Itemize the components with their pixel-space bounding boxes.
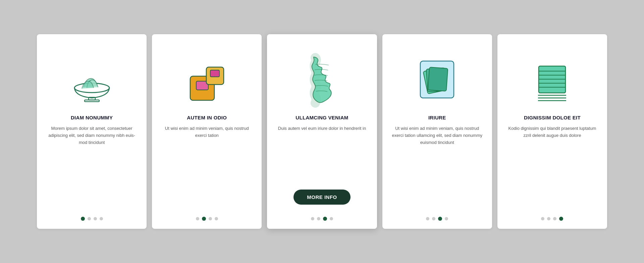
card-5-text: Kodio dignissim qui blandit praesent lup… [505, 125, 599, 210]
card-4-dots [426, 217, 448, 221]
card-1-icon [45, 44, 139, 111]
svg-rect-2 [85, 100, 99, 102]
dot [445, 217, 448, 220]
card-5-dots [541, 217, 563, 221]
dot [541, 217, 544, 220]
card-1-title: DIAM NONUMMY [71, 115, 113, 120]
card-2-dots [196, 217, 218, 221]
dot [559, 217, 563, 221]
card-1-dots [81, 217, 103, 221]
card-5-icon [505, 44, 599, 111]
dot [311, 217, 314, 220]
card-4-title: IRIURE [428, 115, 446, 120]
card-autem-in-odio: AUTEM IN ODIO Ut wisi enim ad minim veni… [152, 34, 262, 229]
svg-rect-6 [210, 70, 219, 77]
dot [323, 217, 327, 221]
card-4-text: Ut wisi enim ad minim veniam, quis nostr… [390, 125, 484, 210]
card-ullamcing-veniam: ULLAMCING VENIAM Duis autem vel eum iriu… [267, 34, 377, 229]
dot [215, 217, 218, 220]
card-2-text: Ut wisi enim ad minim veniam, quis nostr… [160, 125, 254, 210]
cards-container: DIAM NONUMMY Morem ipsum dolor sit amet,… [37, 34, 607, 229]
card-dignissim-doloe-eit: DIGNISSIM DOLOE EIT Kodio dignissim qui … [497, 34, 607, 229]
dot [553, 217, 556, 220]
card-1-text: Morem ipsum dolor sit amet, consectetuer… [45, 125, 139, 210]
dot [426, 217, 429, 220]
card-3-dots [311, 217, 333, 221]
dot [81, 217, 85, 221]
more-info-button[interactable]: MORE INFO [293, 190, 351, 205]
card-5-title: DIGNISSIM DOLOE EIT [524, 115, 581, 120]
card-iriure: IRIURE Ut wisi enim ad minim veniam, qui… [382, 34, 492, 229]
dot [330, 217, 333, 220]
dot [202, 217, 206, 221]
dot [432, 217, 435, 220]
dot [209, 217, 212, 220]
card-4-icon [390, 44, 484, 111]
card-3-text: Duis autem vel eum iriure dolor in hendr… [278, 125, 366, 184]
dot [547, 217, 550, 220]
dot [100, 217, 103, 220]
dot [196, 217, 199, 220]
card-3-title: ULLAMCING VENIAM [296, 115, 348, 120]
card-2-icon [160, 44, 254, 111]
dot [88, 217, 91, 220]
card-diam-nonummy: DIAM NONUMMY Morem ipsum dolor sit amet,… [37, 34, 147, 229]
svg-rect-10 [428, 67, 448, 91]
dot [94, 217, 97, 220]
card-3-icon [275, 44, 369, 111]
dot [438, 217, 442, 221]
dot [317, 217, 320, 220]
card-2-title: AUTEM IN ODIO [187, 115, 227, 120]
